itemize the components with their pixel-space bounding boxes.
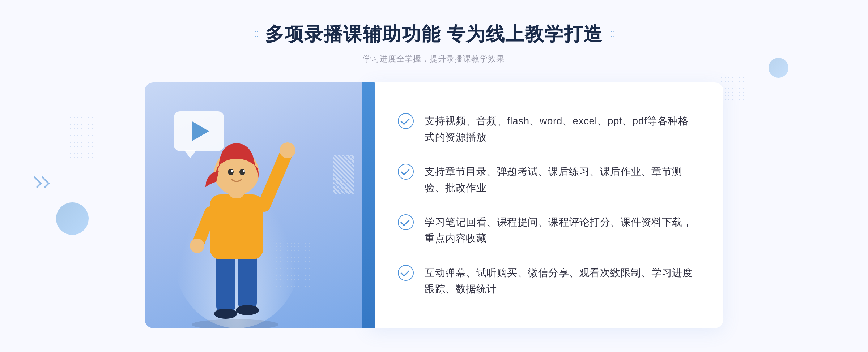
svg-point-15: [243, 170, 245, 172]
svg-point-12: [228, 169, 234, 175]
striped-decoration: [333, 155, 354, 194]
check-icon-3: [398, 214, 414, 230]
page-subtitle: 学习进度全掌握，提升录播课教学效果: [254, 53, 614, 64]
svg-point-3: [214, 309, 237, 319]
chevron-arrows: [33, 177, 47, 187]
header-section: ⁚⁚ 多项录播课辅助功能 专为线上教学打造 ⁚⁚ 学习进度全掌握，提升录播课教学…: [254, 22, 614, 64]
checkmark-4: [400, 267, 409, 276]
feature-text-2: 支持章节目录、弹题考试、课后练习、课后作业、章节测验、批改作业: [425, 164, 694, 196]
checkmark-2: [400, 166, 409, 175]
decorative-dots-left: [65, 116, 94, 159]
check-icon-4: [398, 265, 414, 281]
dots-decoration-left: ⁚⁚: [254, 30, 258, 39]
feature-text-1: 支持视频、音频、flash、word、excel、ppt、pdf等各种格式的资源…: [425, 113, 694, 146]
check-icon-1: [398, 113, 414, 129]
feature-item-4: 互动弹幕、试听购买、微信分享、观看次数限制、学习进度跟踪、数据统计: [398, 258, 694, 305]
svg-line-6: [264, 155, 286, 205]
check-icon-2: [398, 164, 414, 180]
svg-point-9: [190, 239, 204, 253]
feature-item-2: 支持章节目录、弹题考试、课后练习、课后作业、章节测验、批改作业: [398, 156, 694, 203]
blue-accent-bar: [362, 82, 375, 328]
features-panel: 支持视频、音频、flash、word、excel、ppt、pdf等各种格式的资源…: [369, 82, 723, 328]
svg-point-4: [236, 305, 259, 315]
dots-decoration-right: ⁚⁚: [610, 30, 614, 39]
svg-line-8: [199, 213, 210, 241]
page-container: ⁚⁚ 多项录播课辅助功能 专为线上教学打造 ⁚⁚ 学习进度全掌握，提升录播课教学…: [0, 0, 868, 352]
page-title: 多项录播课辅助功能 专为线上教学打造: [265, 22, 603, 47]
checkmark-1: [400, 116, 409, 125]
feature-item-1: 支持视频、音频、flash、word、excel、ppt、pdf等各种格式的资源…: [398, 106, 694, 153]
person-illustration: [163, 111, 315, 328]
svg-point-14: [231, 170, 233, 172]
decorative-circle-left: [56, 202, 89, 235]
feature-text-3: 学习笔记回看、课程提问、课程评论打分、课件资料下载，重点内容收藏: [425, 214, 694, 247]
decorative-circle-right: [769, 58, 788, 78]
header-title-row: ⁚⁚ 多项录播课辅助功能 专为线上教学打造 ⁚⁚: [254, 22, 614, 47]
svg-point-0: [192, 319, 278, 328]
checkmark-3: [400, 217, 409, 226]
illustration-panel: [145, 82, 369, 328]
svg-rect-5: [210, 194, 263, 259]
svg-point-13: [239, 169, 245, 175]
svg-point-7: [280, 142, 295, 158]
chevron-icon-2: [38, 176, 50, 188]
feature-item-3: 学习笔记回看、课程提问、课程评论打分、课件资料下载，重点内容收藏: [398, 207, 694, 254]
feature-text-4: 互动弹幕、试听购买、微信分享、观看次数限制、学习进度跟踪、数据统计: [425, 265, 694, 297]
main-content: 支持视频、音频、flash、word、excel、ppt、pdf等各种格式的资源…: [145, 82, 723, 328]
